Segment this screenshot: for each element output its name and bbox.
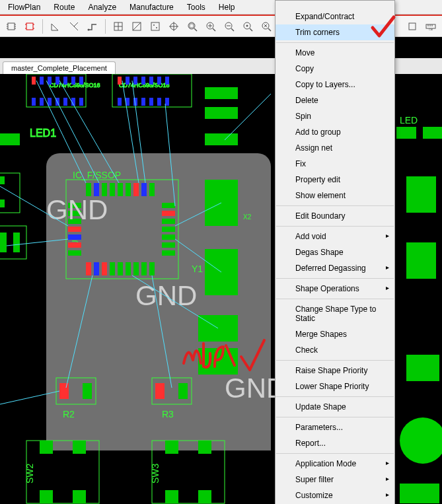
context-menu-item-check[interactable]: Check xyxy=(276,342,394,358)
context-menu-item-spin[interactable]: Spin xyxy=(276,108,394,124)
context-menu-item-lower-shape-priority[interactable]: Lower Shape Priority xyxy=(276,378,394,394)
svg-rect-125 xyxy=(162,219,175,224)
tool-route-icon[interactable] xyxy=(84,18,101,35)
svg-rect-111 xyxy=(118,262,123,275)
context-menu-separator xyxy=(276,299,394,299)
svg-point-19 xyxy=(153,24,155,26)
context-menu-item-application-mode[interactable]: Application Mode xyxy=(276,456,394,472)
svg-rect-127 xyxy=(162,234,175,240)
tool-grid2-icon[interactable] xyxy=(128,18,145,35)
menu-analyze[interactable]: Analyze xyxy=(81,1,123,14)
svg-rect-61 xyxy=(32,98,36,106)
svg-rect-93 xyxy=(0,233,7,252)
context-menu-item-copy-to-layers[interactable]: Copy to Layers... xyxy=(276,77,394,92)
svg-rect-123 xyxy=(162,203,175,208)
context-menu-separator xyxy=(276,42,394,43)
svg-text:SW3: SW3 xyxy=(150,463,161,484)
svg-rect-106 xyxy=(149,183,155,196)
svg-rect-154 xyxy=(165,441,178,454)
svg-rect-94 xyxy=(13,233,20,252)
tab-active[interactable]: master_Complete_Placement xyxy=(3,61,116,74)
svg-rect-109 xyxy=(102,262,107,275)
menu-help[interactable]: Help xyxy=(212,1,242,14)
svg-rect-145 xyxy=(178,383,188,399)
context-menu-item-property-edit[interactable]: Property edit xyxy=(276,172,394,188)
svg-rect-140 xyxy=(59,383,69,399)
svg-rect-156 xyxy=(165,490,178,503)
tool-chip-icon[interactable] xyxy=(3,18,20,35)
menu-flowplan[interactable]: FlowPlan xyxy=(1,1,47,14)
context-menu-item-move[interactable]: Move xyxy=(276,45,394,61)
context-menu-item-add-to-group[interactable]: Add to group xyxy=(276,124,394,140)
svg-rect-162 xyxy=(400,484,439,503)
context-menu-item-customize[interactable]: Customize xyxy=(276,487,394,503)
context-menu-separator xyxy=(276,226,394,227)
svg-text:LED1: LED1 xyxy=(30,127,56,139)
tool-snap-icon[interactable] xyxy=(65,18,83,35)
tool-grid3-icon[interactable] xyxy=(147,18,164,35)
context-menu-separator xyxy=(276,360,394,361)
context-menu-separator xyxy=(276,417,394,417)
context-menu-item-trim-corners[interactable]: Trim corners xyxy=(276,24,394,40)
svg-rect-150 xyxy=(40,490,53,503)
context-menu-item-add-void[interactable]: Add void xyxy=(276,229,394,244)
tool-zoom-fit-icon[interactable] xyxy=(184,18,201,35)
context-menu-item-degas-shape[interactable]: Degas Shape xyxy=(276,244,394,260)
svg-rect-163 xyxy=(406,355,439,381)
svg-rect-7 xyxy=(26,23,33,30)
svg-point-12 xyxy=(88,28,90,30)
tool-chip-red-icon[interactable] xyxy=(21,18,38,35)
context-menu-item-assign-net[interactable]: Assign net xyxy=(276,140,394,156)
svg-rect-57 xyxy=(55,77,59,85)
svg-rect-72 xyxy=(149,77,153,85)
context-menu-item-merge-shapes[interactable]: Merge Shapes xyxy=(276,326,394,342)
context-menu-item-copy[interactable]: Copy xyxy=(276,61,394,77)
context-menu-item-edit-boundary[interactable]: Edit Boundary xyxy=(276,208,394,224)
context-menu-item-delete[interactable]: Delete xyxy=(276,92,394,108)
context-menu: Expand/ContractTrim cornersMoveCopyCopy … xyxy=(275,0,395,504)
svg-rect-0 xyxy=(8,23,15,30)
svg-text:R2: R2 xyxy=(63,409,75,419)
tool-zoom-in-icon[interactable] xyxy=(202,18,219,35)
context-menu-item-super-filter[interactable]: Super filter xyxy=(276,472,394,487)
context-menu-item-shape-operations[interactable]: Shape Operations xyxy=(276,281,394,297)
tool-grid1-icon[interactable] xyxy=(110,18,127,35)
menu-manufacture[interactable]: Manufacture xyxy=(123,1,180,14)
menu-tools[interactable]: Tools xyxy=(180,1,212,14)
svg-line-35 xyxy=(250,28,252,31)
svg-text:GND: GND xyxy=(135,280,197,311)
context-menu-item-fix[interactable]: Fix xyxy=(276,156,394,172)
context-menu-separator xyxy=(276,205,394,206)
context-menu-item-parameters[interactable]: Parameters... xyxy=(276,419,394,435)
context-menu-item-update-shape[interactable]: Update Shape xyxy=(276,399,394,415)
context-menu-item-show-element[interactable]: Show element xyxy=(276,188,394,203)
tool-zoom-win-icon[interactable] xyxy=(258,18,275,35)
tool-chip2-icon[interactable] xyxy=(404,18,421,35)
tool-target-icon[interactable] xyxy=(165,18,182,35)
context-menu-item-expand-contract[interactable]: Expand/Contract xyxy=(276,9,394,24)
context-menu-item-raise-shape-priority[interactable]: Raise Shape Priority xyxy=(276,363,394,378)
svg-rect-161 xyxy=(406,242,436,279)
svg-rect-129 xyxy=(162,250,175,256)
context-menu-item-report[interactable]: Report... xyxy=(276,435,394,451)
svg-rect-75 xyxy=(118,98,122,106)
tool-zoom-out-icon[interactable] xyxy=(221,18,238,35)
svg-text:Y1: Y1 xyxy=(192,264,203,274)
svg-rect-144 xyxy=(155,383,165,399)
context-menu-item-change-shape-type-to-static[interactable]: Change Shape Type to Static xyxy=(276,301,394,326)
svg-text:LED: LED xyxy=(400,115,418,126)
context-menu-item-deferred-degassing[interactable]: Deferred Degassing xyxy=(276,260,394,276)
svg-rect-83 xyxy=(205,87,238,99)
svg-rect-80 xyxy=(157,98,161,106)
svg-rect-113 xyxy=(133,262,139,275)
tool-zoom-sel-icon[interactable] xyxy=(239,18,256,35)
svg-rect-26 xyxy=(190,24,194,28)
tool-angle-icon[interactable] xyxy=(47,18,64,35)
svg-rect-101 xyxy=(110,183,115,196)
context-menu-item-blank[interactable] xyxy=(276,2,394,9)
toolbar-separator xyxy=(105,19,106,34)
svg-rect-71 xyxy=(141,77,145,85)
menu-route[interactable]: Route xyxy=(47,1,81,14)
tool-ruler-icon[interactable]: CM xyxy=(422,18,439,35)
svg-rect-58 xyxy=(63,77,67,85)
